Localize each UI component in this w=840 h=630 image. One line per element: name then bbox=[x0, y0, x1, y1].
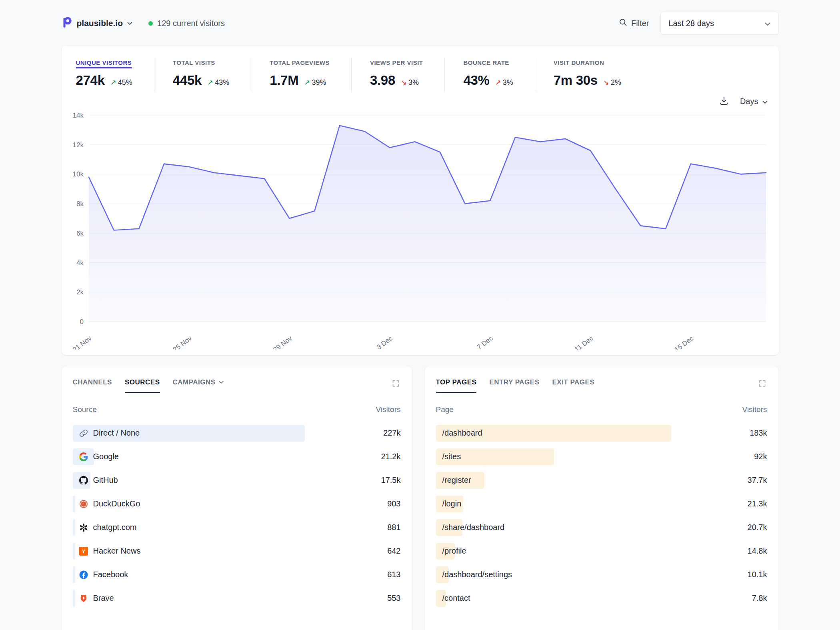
download-icon bbox=[719, 96, 729, 107]
row-label[interactable]: /dashboard bbox=[436, 428, 482, 438]
expand-button[interactable] bbox=[757, 378, 767, 390]
metric-label: VISIT DURATION bbox=[554, 59, 604, 68]
metric-value: 1.7M bbox=[270, 73, 298, 88]
table-row[interactable]: /profile 14.8k bbox=[436, 539, 767, 563]
row-label[interactable]: /register bbox=[436, 476, 471, 485]
table-row[interactable]: /register 37.7k bbox=[436, 468, 767, 492]
row-label[interactable]: /share/dashboard bbox=[436, 523, 505, 532]
row-label[interactable]: /login bbox=[436, 499, 462, 508]
metric-value: 7m 30s bbox=[554, 73, 598, 88]
metric-unique-visitors[interactable]: UNIQUE VISITORS 274k ↗45% bbox=[73, 58, 154, 92]
metric-bounce-rate[interactable]: BOUNCE RATE 43% ↗3% bbox=[444, 58, 534, 92]
row-value: 10.1k bbox=[748, 570, 767, 579]
svg-text:21 Nov: 21 Nov bbox=[73, 334, 93, 350]
tab-campaigns[interactable]: CAMPAIGNS bbox=[173, 378, 224, 393]
sources-rows: Direct / None 227k Google 21.2k GitHub 1… bbox=[73, 421, 401, 610]
row-label[interactable]: Google bbox=[73, 452, 119, 461]
table-row[interactable]: Brave 553 bbox=[73, 586, 401, 610]
tab-top-pages[interactable]: TOP PAGES bbox=[436, 378, 477, 393]
page-column-header: Page bbox=[436, 405, 454, 414]
svg-text:4k: 4k bbox=[76, 259, 84, 267]
interval-label: Days bbox=[740, 97, 758, 106]
row-label[interactable]: /sites bbox=[436, 452, 461, 461]
metric-change: ↗3% bbox=[495, 78, 513, 87]
metric-label: VIEWS PER VISIT bbox=[370, 59, 423, 68]
table-row[interactable]: YHacker News 642 bbox=[73, 539, 401, 563]
table-row[interactable]: Facebook 613 bbox=[73, 563, 401, 586]
top-header: plausible.io 129 current visitors Filter… bbox=[62, 12, 779, 34]
table-row[interactable]: Google 21.2k bbox=[73, 445, 401, 468]
table-row[interactable]: GitHub 17.5k bbox=[73, 468, 401, 492]
metric-visit-duration[interactable]: VISIT DURATION 7m 30s ↘2% bbox=[535, 58, 643, 92]
row-label[interactable]: GitHub bbox=[73, 476, 118, 485]
filter-button[interactable]: Filter bbox=[619, 18, 649, 28]
visitors-chart[interactable]: 02k4k6k8k10k12k14k 21 Nov25 Nov29 Nov3 D… bbox=[73, 110, 768, 350]
link-icon bbox=[79, 429, 88, 438]
date-range-select[interactable]: Last 28 days bbox=[660, 12, 779, 35]
trend-up-arrow-icon: ↗ bbox=[495, 78, 501, 86]
sources-card: CHANNELSSOURCESCAMPAIGNS Source Visitors… bbox=[62, 366, 412, 630]
interval-select[interactable]: Days bbox=[740, 97, 768, 106]
sources-table-head: Source Visitors bbox=[73, 405, 401, 414]
table-row[interactable]: /login 21.3k bbox=[436, 492, 767, 516]
svg-text:2k: 2k bbox=[76, 288, 84, 296]
row-value: 7.8k bbox=[752, 594, 767, 603]
row-label[interactable]: Facebook bbox=[73, 570, 128, 579]
metric-value: 43% bbox=[463, 73, 489, 88]
pages-card-head: TOP PAGESENTRY PAGESEXIT PAGES bbox=[436, 378, 767, 393]
row-name: /register bbox=[442, 476, 471, 485]
pages-table-head: Page Visitors bbox=[436, 405, 767, 414]
table-row[interactable]: /dashboard/settings 10.1k bbox=[436, 563, 767, 586]
row-label[interactable]: /dashboard/settings bbox=[436, 570, 512, 579]
tab-channels[interactable]: CHANNELS bbox=[73, 378, 112, 393]
row-value: 37.7k bbox=[748, 476, 767, 485]
table-row[interactable]: Direct / None 227k bbox=[73, 421, 401, 445]
pages-card: TOP PAGESENTRY PAGESEXIT PAGES Page Visi… bbox=[425, 366, 778, 630]
site-switcher[interactable]: plausible.io bbox=[62, 16, 133, 30]
expand-icon bbox=[392, 379, 400, 389]
tab-entry-pages[interactable]: ENTRY PAGES bbox=[489, 378, 539, 393]
metric-total-pageviews[interactable]: TOTAL PAGEVIEWS 1.7M ↗39% bbox=[251, 58, 351, 92]
search-icon bbox=[619, 18, 627, 28]
tab-sources[interactable]: SOURCES bbox=[125, 378, 160, 393]
expand-icon bbox=[758, 379, 766, 389]
row-label[interactable]: DuckDuckGo bbox=[73, 499, 140, 508]
row-value: 20.7k bbox=[748, 523, 767, 532]
visitors-panel: UNIQUE VISITORS 274k ↗45% TOTAL VISITS 4… bbox=[62, 46, 779, 355]
svg-text:11 Dec: 11 Dec bbox=[573, 334, 595, 350]
header-right: Filter Last 28 days bbox=[619, 12, 778, 35]
source-column-header: Source bbox=[73, 405, 97, 414]
table-row[interactable]: DuckDuckGo 903 bbox=[73, 492, 401, 516]
row-value: 183k bbox=[750, 428, 767, 438]
table-row[interactable]: /contact 7.8k bbox=[436, 586, 767, 610]
metric-value: 445k bbox=[173, 73, 202, 88]
sources-card-head: CHANNELSSOURCESCAMPAIGNS bbox=[73, 378, 401, 393]
row-label[interactable]: /profile bbox=[436, 546, 466, 556]
table-row[interactable]: /share/dashboard 20.7k bbox=[436, 516, 767, 539]
metric-total-visits[interactable]: TOTAL VISITS 445k ↗43% bbox=[154, 58, 251, 92]
row-label[interactable]: Brave bbox=[73, 594, 114, 603]
row-label[interactable]: chatgpt.com bbox=[73, 523, 137, 532]
current-visitors[interactable]: 129 current visitors bbox=[148, 19, 225, 28]
row-label[interactable]: YHacker News bbox=[73, 546, 141, 556]
metric-value: 3.98 bbox=[370, 73, 395, 88]
facebook-icon bbox=[79, 570, 88, 579]
row-value: 17.5k bbox=[381, 476, 401, 485]
trend-down-arrow-icon: ↘ bbox=[401, 78, 407, 86]
site-name: plausible.io bbox=[77, 18, 123, 28]
expand-button[interactable] bbox=[391, 378, 401, 390]
row-name: /login bbox=[442, 499, 462, 508]
table-row[interactable]: /dashboard 183k bbox=[436, 421, 767, 445]
row-label[interactable]: Direct / None bbox=[73, 428, 140, 438]
svg-text:3 Dec: 3 Dec bbox=[375, 334, 394, 350]
metric-views-per-visit[interactable]: VIEWS PER VISIT 3.98 ↘3% bbox=[351, 58, 445, 92]
table-row[interactable]: chatgpt.com 881 bbox=[73, 516, 401, 539]
current-visitors-label: 129 current visitors bbox=[157, 19, 225, 28]
google-icon bbox=[79, 452, 88, 461]
row-label[interactable]: /contact bbox=[436, 594, 470, 603]
table-row[interactable]: /sites 92k bbox=[436, 445, 767, 468]
svg-text:25 Nov: 25 Nov bbox=[171, 334, 193, 350]
tab-exit-pages[interactable]: EXIT PAGES bbox=[552, 378, 594, 393]
metric-change: ↗39% bbox=[304, 78, 326, 87]
download-button[interactable] bbox=[718, 95, 730, 108]
